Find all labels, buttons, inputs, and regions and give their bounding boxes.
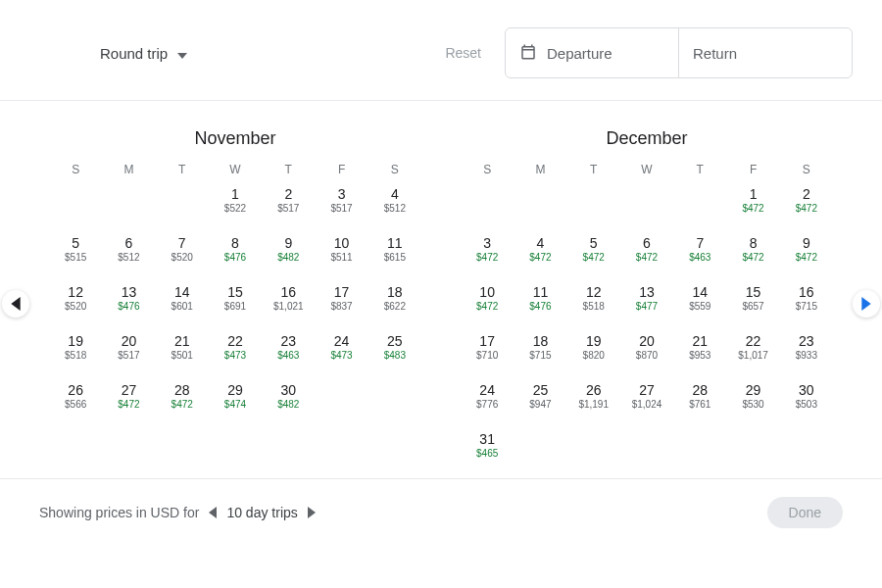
calendar-day[interactable]: 4$512 <box>368 186 421 223</box>
calendar-day[interactable]: 30$482 <box>262 382 315 419</box>
calendar-day[interactable]: 27$472 <box>102 382 155 419</box>
calendar-day[interactable]: 23$933 <box>780 333 833 370</box>
calendar-day[interactable]: 1$522 <box>209 186 262 223</box>
calendar-day[interactable]: 6$472 <box>620 235 673 272</box>
calendar-day[interactable]: 25$947 <box>514 382 566 419</box>
day-price: $472 <box>726 252 779 263</box>
month-title: December <box>461 128 833 149</box>
calendar-day[interactable]: 18$622 <box>368 284 421 321</box>
calendar-day[interactable]: 13$477 <box>620 284 673 321</box>
calendar-day[interactable]: 15$691 <box>209 284 262 321</box>
calendar-day[interactable]: 7$463 <box>673 235 726 272</box>
calendar-day[interactable]: 28$472 <box>156 382 209 419</box>
day-number: 12 <box>49 284 102 300</box>
calendar-day[interactable]: 19$820 <box>567 333 620 370</box>
day-price: $1,017 <box>726 350 779 361</box>
trip-length-stepper: 10 day trips <box>209 505 315 520</box>
calendar-day[interactable]: 15$657 <box>726 284 779 321</box>
calendar-day[interactable]: 24$776 <box>461 382 514 419</box>
calendar-day[interactable]: 6$512 <box>102 235 155 272</box>
prev-trip-length-button[interactable] <box>209 507 217 518</box>
calendar-day[interactable]: 4$472 <box>514 235 566 272</box>
calendar-day[interactable]: 11$615 <box>368 235 421 272</box>
calendar-day[interactable]: 27$1,024 <box>620 382 673 419</box>
calendar-day[interactable]: 7$520 <box>156 235 209 272</box>
calendar-day[interactable]: 20$870 <box>620 333 673 370</box>
empty-day <box>461 186 514 223</box>
calendar-day[interactable]: 12$520 <box>49 284 102 321</box>
return-placeholder: Return <box>693 45 737 62</box>
done-button[interactable]: Done <box>767 497 843 528</box>
day-number: 5 <box>49 235 102 251</box>
calendar-day[interactable]: 31$465 <box>461 431 514 468</box>
trip-type-selector[interactable]: Round trip <box>29 45 187 62</box>
calendar-day[interactable]: 8$476 <box>209 235 262 272</box>
calendar-day[interactable]: 10$472 <box>461 284 514 321</box>
calendar-day[interactable]: 29$474 <box>209 382 262 419</box>
next-month-button[interactable] <box>853 290 880 318</box>
weekday-label: W <box>209 163 262 176</box>
day-number: 24 <box>461 382 514 398</box>
next-trip-length-button[interactable] <box>308 507 316 518</box>
calendar-day[interactable]: 29$530 <box>726 382 779 419</box>
reset-button[interactable]: Reset <box>445 45 481 61</box>
weekday-label: S <box>368 163 421 176</box>
calendar-day[interactable]: 21$501 <box>156 333 209 370</box>
day-number: 13 <box>102 284 155 300</box>
calendar-day[interactable]: 28$761 <box>673 382 726 419</box>
calendar-day[interactable]: 17$710 <box>461 333 514 370</box>
calendar-day[interactable]: 9$472 <box>780 235 833 272</box>
day-number: 25 <box>368 333 421 349</box>
date-picker-header: Round trip Reset Departure Return <box>29 0 853 100</box>
calendar-day[interactable]: 26$566 <box>49 382 102 419</box>
calendar-day[interactable]: 9$482 <box>262 235 315 272</box>
day-number: 20 <box>620 333 673 349</box>
calendar-day[interactable]: 3$472 <box>461 235 514 272</box>
calendar-day[interactable]: 14$559 <box>673 284 726 321</box>
calendar-day[interactable]: 26$1,191 <box>567 382 620 419</box>
calendar-day[interactable]: 2$472 <box>780 186 833 223</box>
empty-day <box>156 186 209 223</box>
calendar-day[interactable]: 30$503 <box>780 382 833 419</box>
day-number: 31 <box>461 431 514 447</box>
calendar-day[interactable]: 11$476 <box>514 284 566 321</box>
calendar-day[interactable]: 18$715 <box>514 333 566 370</box>
day-price: $566 <box>49 399 102 410</box>
day-price: $511 <box>315 252 368 263</box>
prev-month-button[interactable] <box>2 290 29 318</box>
calendar-day[interactable]: 1$472 <box>726 186 779 223</box>
day-price: $837 <box>315 301 368 312</box>
day-number: 15 <box>209 284 262 300</box>
chevron-down-icon <box>177 45 187 62</box>
empty-day <box>567 186 620 223</box>
day-number: 3 <box>461 235 514 251</box>
calendar-day[interactable]: 8$472 <box>726 235 779 272</box>
weekday-label: M <box>514 163 566 176</box>
calendar-day[interactable]: 23$463 <box>262 333 315 370</box>
calendar-day[interactable]: 22$1,017 <box>726 333 779 370</box>
calendar-day[interactable]: 22$473 <box>209 333 262 370</box>
calendar-day[interactable]: 10$511 <box>315 235 368 272</box>
calendar-day[interactable]: 16$715 <box>780 284 833 321</box>
weekday-label: F <box>315 163 368 176</box>
calendar-day[interactable]: 5$472 <box>567 235 620 272</box>
calendar-day[interactable]: 5$515 <box>49 235 102 272</box>
calendar-day[interactable]: 13$476 <box>102 284 155 321</box>
calendar-day[interactable]: 12$518 <box>567 284 620 321</box>
calendar-day[interactable]: 20$517 <box>102 333 155 370</box>
calendar-day[interactable]: 17$837 <box>315 284 368 321</box>
calendar-day[interactable]: 16$1,021 <box>262 284 315 321</box>
return-input[interactable]: Return <box>679 28 852 77</box>
day-number: 15 <box>726 284 779 300</box>
departure-input[interactable]: Departure <box>506 28 679 77</box>
calendar-day[interactable]: 25$483 <box>368 333 421 370</box>
calendar-day[interactable]: 21$953 <box>673 333 726 370</box>
calendar-day[interactable]: 24$473 <box>315 333 368 370</box>
calendar-day[interactable]: 2$517 <box>262 186 315 223</box>
day-price: $472 <box>780 203 833 214</box>
calendar-day[interactable]: 3$517 <box>315 186 368 223</box>
calendar-day[interactable]: 14$601 <box>156 284 209 321</box>
day-number: 21 <box>673 333 726 349</box>
calendar-day[interactable]: 19$518 <box>49 333 102 370</box>
day-price: $1,021 <box>262 301 315 312</box>
